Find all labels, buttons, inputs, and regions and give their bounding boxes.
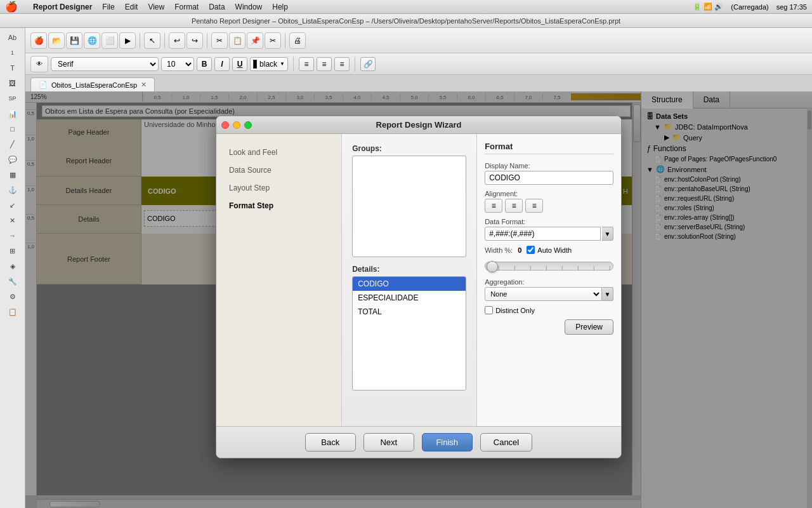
sidebar-icon-msg[interactable]: 💬	[4, 152, 22, 166]
wizard-main-content: Groups: Details: CODIGO ESPECIALIDADE TO…	[342, 134, 476, 426]
menu-report-designer[interactable]: Report Designer	[33, 3, 92, 11]
wizard-step-look[interactable]: Look and Feel	[224, 144, 334, 161]
menubar-status: 🔋 📶 🔊	[693, 3, 723, 11]
sidebar-icon-arrow[interactable]: →	[4, 229, 22, 243]
wizard-step-format[interactable]: Format Step	[224, 197, 334, 214]
preview-button[interactable]: Preview	[565, 319, 613, 335]
toolbar-run[interactable]: ▶	[119, 32, 136, 49]
modal-maximize-btn[interactable]	[244, 121, 252, 129]
apple-menu[interactable]: 🍎	[5, 1, 18, 13]
toolbar-print[interactable]: 🖨	[289, 32, 306, 49]
slider-thumb[interactable]	[487, 261, 498, 272]
wizard-step-datasource[interactable]: Data Source	[224, 162, 334, 178]
sidebar-icon-sp[interactable]: SP	[4, 91, 22, 105]
display-name-input[interactable]	[485, 171, 613, 185]
sidebar-icon-1[interactable]: 1	[4, 46, 22, 60]
auto-width-checkbox[interactable]	[527, 246, 535, 254]
align-left-button[interactable]: ≡	[485, 199, 502, 213]
sidebar-icon-ab[interactable]: Ab	[4, 30, 22, 44]
underline-button[interactable]: U	[232, 57, 247, 71]
toolbar-preview[interactable]: ⬜	[102, 32, 118, 49]
sidebar-icon-extra3[interactable]: 🔧	[4, 274, 22, 288]
finish-button[interactable]: Finish	[422, 433, 473, 451]
toolbar-new[interactable]: 🍎	[30, 32, 47, 49]
menu-file[interactable]: File	[102, 3, 114, 11]
sep2	[164, 33, 165, 48]
sidebar-icon-sub[interactable]: ↙	[4, 198, 22, 212]
distinct-only-checkbox[interactable]	[485, 306, 493, 314]
width-slider[interactable]: | | | | | | | |	[485, 262, 613, 271]
toolbar-cut[interactable]: ✂	[211, 32, 228, 49]
sidebar-icon-band[interactable]: ▦	[4, 168, 22, 182]
sidebar-icon-anchor[interactable]: ⚓	[4, 183, 22, 197]
align-center-button[interactable]: ≡	[505, 199, 523, 213]
toolbar-open[interactable]: 📂	[48, 32, 65, 49]
toolbar-copy[interactable]: 📋	[229, 32, 246, 49]
groups-listbox[interactable]	[352, 156, 466, 257]
toolbar-redo[interactable]: ↪	[187, 32, 203, 49]
font-size-select[interactable]: 10	[161, 57, 194, 71]
aggregation-section: Aggregation: None Sum Count ▼	[485, 278, 613, 301]
toolbar-publish[interactable]: 🌐	[84, 32, 100, 49]
sidebar-icon-chart[interactable]: 📊	[4, 107, 22, 121]
link-btn[interactable]: 🔗	[360, 57, 376, 71]
menu-help[interactable]: Help	[272, 3, 288, 11]
distinct-only-section[interactable]: Distinct Only	[485, 306, 613, 314]
details-item-codigo[interactable]: CODIGO	[353, 277, 466, 291]
back-button[interactable]: Back	[305, 433, 356, 451]
color-button[interactable]: black ▼	[250, 57, 288, 71]
data-format-dropdown-arrow[interactable]: ▼	[602, 227, 613, 241]
sidebar-icon-extra1[interactable]: ⊞	[4, 244, 22, 258]
width-section: Width %: 0 Auto Width	[485, 246, 613, 254]
sidebar-icon-extra5[interactable]: 📋	[4, 305, 22, 319]
auto-width-check[interactable]: Auto Width	[527, 246, 572, 254]
toolbar-delete[interactable]: ✂	[265, 32, 281, 49]
wizard-step-layout[interactable]: Layout Step	[224, 180, 334, 196]
align-right-btn[interactable]: ≡	[334, 57, 350, 71]
menu-view[interactable]: View	[148, 3, 164, 11]
details-item-especialidade[interactable]: ESPECIALIDADE	[353, 291, 466, 305]
modal-minimize-btn[interactable]	[233, 121, 240, 129]
sidebar-icon-img[interactable]: 🖼	[4, 76, 22, 90]
menu-data[interactable]: Data	[209, 3, 225, 11]
bold-button[interactable]: B	[197, 57, 212, 71]
sidebar-icon-text[interactable]: T	[4, 61, 22, 75]
display-name-section: Display Name:	[485, 162, 613, 185]
sidebar-icon-line[interactable]: ╱	[4, 137, 22, 151]
toolbar-pointer[interactable]: ↖	[144, 32, 160, 49]
menu-edit[interactable]: Edit	[125, 3, 138, 11]
data-format-section: Data Format: ▼	[485, 218, 613, 241]
tab-close-button[interactable]: ✕	[141, 81, 147, 89]
document-tab[interactable]: 📄 Obitos_ListaEsperaConEsp ✕	[30, 77, 155, 91]
menu-format[interactable]: Format	[174, 3, 199, 11]
sidebar-icon-x[interactable]: ✕	[4, 213, 22, 227]
sidebar-icon-box[interactable]: □	[4, 122, 22, 136]
toolbar-undo[interactable]: ↩	[169, 32, 185, 49]
modal-close-btn[interactable]	[221, 121, 229, 129]
sep1	[140, 33, 140, 48]
menu-window[interactable]: Window	[235, 3, 263, 11]
italic-button[interactable]: I	[214, 57, 230, 71]
font-family-select[interactable]: Serif	[51, 57, 159, 71]
align-right-button[interactable]: ≡	[525, 199, 543, 213]
tab-bar: 📄 Obitos_ListaEsperaConEsp ✕	[25, 75, 812, 91]
color-dropdown-icon[interactable]: ▼	[280, 61, 285, 67]
details-item-total[interactable]: TOTAL	[353, 305, 466, 319]
design-area: 125% 0,5 1,0 1,5 2,0 2,5 3,0 3,5 4,0 4,5…	[25, 91, 812, 508]
details-section: Details: CODIGO ESPECIALIDADE TOTAL	[352, 265, 466, 391]
toolbar-paste[interactable]: 📌	[247, 32, 263, 49]
details-listbox[interactable]: CODIGO ESPECIALIDADE TOTAL	[352, 276, 466, 391]
cancel-button[interactable]: Cancel	[480, 433, 532, 451]
aggregation-select-wrap: None Sum Count ▼	[485, 287, 613, 301]
aggregation-dropdown-arrow[interactable]: ▼	[602, 287, 613, 301]
toolbar-save[interactable]: 💾	[66, 32, 82, 49]
aggregation-select[interactable]: None Sum Count	[485, 287, 602, 301]
align-left-btn[interactable]: ≡	[299, 57, 314, 71]
sidebar-icon-extra4[interactable]: ⚙	[4, 290, 22, 304]
groups-label: Groups:	[352, 144, 466, 153]
font-style-btn[interactable]: 👁	[30, 56, 48, 72]
align-center-btn[interactable]: ≡	[317, 57, 332, 71]
sidebar-icon-extra2[interactable]: ◈	[4, 259, 22, 273]
next-button[interactable]: Next	[363, 433, 414, 451]
data-format-input[interactable]	[485, 227, 601, 241]
